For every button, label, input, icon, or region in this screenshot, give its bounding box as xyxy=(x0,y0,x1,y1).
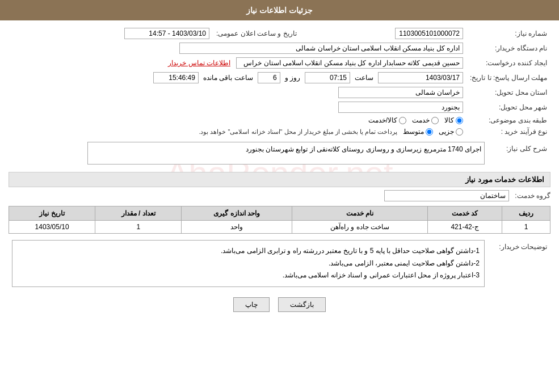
cell-radif: 1 xyxy=(502,221,550,234)
shomara-niaz-value: 1103005101000072 xyxy=(300,26,466,41)
tabaqe-label: طبقه بندی موضوعی: xyxy=(466,115,550,126)
ostan-input: خراسان شمالی xyxy=(338,87,463,98)
sharh-input: اجرای 1740 مترمربع زیرسازی و روسازی روست… xyxy=(87,142,485,165)
cell-date: 1403/05/10 xyxy=(9,221,95,234)
page-header: جزئیات اطلاعات نیاز xyxy=(0,0,559,20)
col-date: تاریخ نیاز xyxy=(9,206,95,221)
desc-line: 3-اعتبار پروژه از محل اعتبارات عمرانی و … xyxy=(17,269,480,282)
cell-unit: واحد xyxy=(182,221,292,234)
tabaqe-row: کالا خدمت کالا/خدمت xyxy=(9,115,466,126)
mohlat-label: مهلت ارسال پاسخ: تا تاریخ: xyxy=(466,70,550,85)
services-table: ردیف کد خدمت نام خدمت واحد اندازه گیری ت… xyxy=(9,206,550,234)
cell-name: ساخت جاده و راه‌آهن xyxy=(292,221,428,234)
desc-line: 2-داشتن گواهی صلاحیت ایمنی معتبر، الزامی… xyxy=(17,258,480,270)
tabaqe-kala-khadamat: کالا/خدمت xyxy=(368,116,406,124)
group-service-row: گروه خدمت: ساختمان xyxy=(9,190,550,201)
rooz-input: 6 xyxy=(258,72,280,83)
col-unit: واحد اندازه گیری xyxy=(182,206,292,221)
desc-table: توضیحات خریدار: 1-داشتن گواهی صلاحیت حدا… xyxy=(9,238,550,289)
buttons-row: بازگشت چاپ xyxy=(9,297,550,312)
tabaqe-khadamat-radio[interactable] xyxy=(431,117,439,124)
sharh-label: شرح کلی نیاز: xyxy=(488,140,550,166)
feraiend-label: نوع فرآیند خرید : xyxy=(466,126,550,137)
ijad-label: ایجاد کننده درخواست: xyxy=(466,56,550,70)
tabaqe-kala: کالا xyxy=(444,116,463,124)
group-service-input: ساختمان xyxy=(384,190,509,201)
tabaqe-kala-label: کالا xyxy=(444,116,454,124)
tarikh-input: 1403/03/17 xyxy=(378,72,463,83)
back-button[interactable]: بازگشت xyxy=(278,297,326,312)
desc-value-cell: 1-داشتن گواهی صلاحیت حداقل با پایه 5 و ب… xyxy=(9,238,488,289)
shomara-niaz-label: شماره نیاز: xyxy=(466,26,550,41)
col-kod: کد خدمت xyxy=(428,206,502,221)
shomara-niaz-input: 1103005101000072 xyxy=(395,28,463,39)
services-section-title: اطلاعات خدمات مورد نیاز xyxy=(9,172,550,187)
baqi-input: 15:46:49 xyxy=(153,72,199,83)
col-quantity: تعداد / مقدار xyxy=(95,206,182,221)
ijad-row: حسین قدیمی کلاته حسابدار اداره کل بنیاد … xyxy=(9,56,466,70)
col-name: نام خدمت xyxy=(292,206,428,221)
saat-input: 07:15 xyxy=(305,72,350,83)
feraiend-movassat-radio[interactable] xyxy=(426,128,433,136)
shahr-input: بجنورد xyxy=(338,102,463,113)
shahr-label: شهر محل تحویل: xyxy=(466,100,550,115)
table-row: 1 ج-42-421 ساخت جاده و راه‌آهن واحد 1 14… xyxy=(9,221,550,234)
ostan-value: خراسان شمالی xyxy=(9,85,466,100)
tarikh-elan-input: 1403/03/10 - 14:57 xyxy=(124,28,209,39)
ostan-label: استان محل تحویل: xyxy=(466,85,550,100)
feraiend-note: پرداخت تمام یا بخشی از مبلغ خریدار از مح… xyxy=(199,128,397,136)
sharh-value-cell: اجرای 1740 مترمربع زیرسازی و روسازی روست… xyxy=(9,140,488,166)
ijad-link[interactable]: اطلاعات تماس خریدار xyxy=(168,59,230,67)
group-service-label: گروه خدمت: xyxy=(515,192,550,200)
shahr-value: بجنورد xyxy=(9,100,466,115)
rooz-label: روز و xyxy=(285,74,300,82)
feraiend-movassat-label: متوسط xyxy=(403,128,424,136)
tabaqe-kala-khadamat-label: کالا/خدمت xyxy=(368,116,397,124)
name-dastgah-value: اداره کل بنیاد مسکن انقلاب اسلامی استان … xyxy=(9,41,466,56)
print-button[interactable]: چاپ xyxy=(233,297,270,312)
desc-label: توضیحات خریدار: xyxy=(488,238,550,289)
feraiend-jozi: جزیی xyxy=(439,128,463,136)
info-table: شماره نیاز: 1103005101000072 تاریخ و ساع… xyxy=(9,26,550,137)
name-dastgah-input: اداره کل بنیاد مسکن انقلاب اسلامی استان … xyxy=(179,43,463,54)
tabaqe-khadamat-label: خدمت xyxy=(412,116,430,124)
cell-kod: ج-42-421 xyxy=(428,221,502,234)
page-title: جزئیات اطلاعات نیاز xyxy=(246,6,313,15)
tabaqe-khadamat: خدمت xyxy=(412,116,439,124)
feraiend-row: جزیی متوسط پرداخت تمام یا بخشی از مبلغ خ… xyxy=(9,126,466,137)
feraiend-movassat: متوسط xyxy=(403,128,433,136)
cell-quantity: 1 xyxy=(95,221,182,234)
tarikh-elan-label: تاریخ و ساعت اعلان عمومی: xyxy=(213,26,300,41)
tabaqe-kala-radio[interactable] xyxy=(456,117,463,124)
sharh-table: شرح کلی نیاز: اجرای 1740 مترمربع زیرسازی… xyxy=(9,140,550,166)
col-radif: ردیف xyxy=(502,206,550,221)
mohlat-row: 1403/03/17 ساعت 07:15 روز و 6 ساعت باقی … xyxy=(9,70,466,85)
tabaqe-kala-khadamat-radio[interactable] xyxy=(399,117,406,124)
desc-line: 1-داشتن گواهی صلاحیت حداقل با پایه 5 و ب… xyxy=(17,245,480,258)
saat-label: ساعت xyxy=(355,74,373,82)
feraiend-jozi-label: جزیی xyxy=(439,128,454,136)
ijad-name-input: حسین قدیمی کلاته حسابدار اداره کل بنیاد … xyxy=(236,57,463,69)
name-dastgah-label: نام دستگاه خریدار: xyxy=(466,41,550,56)
desc-box: 1-داشتن گواهی صلاحیت حداقل با پایه 5 و ب… xyxy=(12,240,485,287)
feraiend-jozi-radio[interactable] xyxy=(456,128,463,136)
tarikh-elan-value: 1403/03/10 - 14:57 xyxy=(9,26,213,41)
baqi-label: ساعت باقی مانده xyxy=(203,74,253,82)
